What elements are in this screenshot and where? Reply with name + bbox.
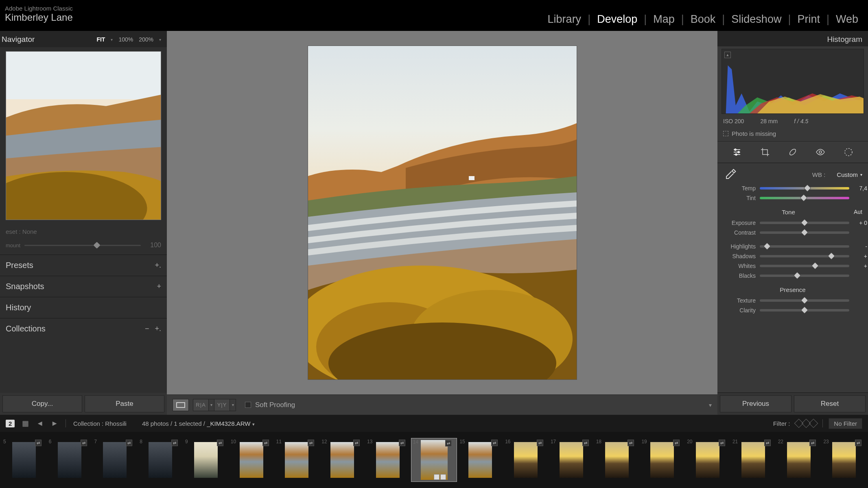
- filter-preset-dropdown[interactable]: No Filter: [829, 418, 862, 429]
- tab-slideshow[interactable]: Slideshow: [730, 13, 783, 26]
- exposure-slider-thumb[interactable]: [801, 219, 808, 226]
- temp-slider[interactable]: [760, 187, 849, 190]
- filmstrip-thumb[interactable]: 22 ⇄: [776, 438, 821, 482]
- tab-print[interactable]: Print: [796, 13, 822, 26]
- filmstrip-thumb[interactable]: 19 ⇄: [640, 438, 684, 482]
- amount-slider-thumb[interactable]: [93, 242, 100, 248]
- clarity-slider-thumb[interactable]: [801, 306, 808, 314]
- main-photo[interactable]: [308, 46, 577, 379]
- before-after-icon[interactable]: Y|Y: [214, 399, 230, 411]
- filmstrip-thumb[interactable]: 13 ⇄: [365, 438, 410, 482]
- filmstrip-thumb[interactable]: 6 ⇄: [47, 438, 92, 482]
- presets-section[interactable]: Presets +.: [0, 255, 167, 276]
- add-icon[interactable]: +.: [155, 261, 161, 270]
- canvas-area[interactable]: [167, 31, 717, 394]
- soft-proofing-toggle[interactable]: Soft Proofing: [245, 401, 295, 409]
- soft-proof-checkbox[interactable]: [245, 402, 251, 408]
- filmstrip-thumb[interactable]: 12 ⇄: [320, 438, 365, 482]
- zoom-200[interactable]: 200%: [139, 36, 153, 43]
- crop-icon[interactable]: [759, 146, 771, 158]
- filmstrip-thumb[interactable]: 17 ⇄: [549, 438, 594, 482]
- history-section[interactable]: History: [0, 297, 167, 318]
- reset-button[interactable]: Reset: [794, 395, 866, 412]
- flag-reject-icon[interactable]: [809, 419, 818, 428]
- filmstrip-thumb[interactable]: 21 ⇄: [731, 438, 776, 482]
- highlights-slider[interactable]: [760, 245, 849, 248]
- nav-forward-icon[interactable]: ►: [51, 419, 58, 428]
- tab-develop[interactable]: Develop: [595, 13, 639, 26]
- auto-tone-button[interactable]: Aut: [854, 209, 862, 216]
- filmstrip-thumb[interactable]: 14 ⇄: [411, 438, 457, 482]
- whites-slider[interactable]: [760, 265, 849, 267]
- copy-button[interactable]: Copy...: [2, 395, 82, 412]
- add-icon[interactable]: +.: [155, 325, 161, 333]
- shadows-slider-thumb[interactable]: [828, 252, 835, 259]
- highlights-value: -: [853, 243, 868, 250]
- texture-slider-thumb[interactable]: [801, 296, 808, 304]
- current-filename[interactable]: _KIM4328.ARW: [207, 420, 250, 427]
- collection-path[interactable]: Collection : Rhossili: [73, 420, 127, 427]
- filmstrip-thumb[interactable]: 8 ⇄: [138, 438, 183, 482]
- zoom-fit-dropdown-icon[interactable]: ▾: [111, 37, 113, 42]
- collections-section[interactable]: Collections −+.: [0, 318, 167, 339]
- tab-book[interactable]: Book: [689, 13, 717, 26]
- filmstrip-thumb[interactable]: 18 ⇄: [595, 438, 639, 482]
- ref-dropdown-icon[interactable]: ▾: [209, 399, 214, 411]
- toolbar-collapse-icon[interactable]: ▾: [709, 402, 712, 408]
- shadows-slider[interactable]: [760, 255, 849, 257]
- highlights-slider-thumb[interactable]: [763, 242, 770, 250]
- contrast-slider-thumb[interactable]: [801, 229, 808, 236]
- previous-button[interactable]: Previous: [720, 395, 791, 412]
- reference-view-icon[interactable]: R|A: [193, 399, 209, 411]
- filmstrip[interactable]: 5 ⇄ 6 ⇄ 7 ⇄ 8 ⇄ 9 ⇄ 10 ⇄ 11 ⇄ 12 ⇄ 13 ⇄ …: [0, 432, 868, 488]
- snapshots-section[interactable]: Snapshots +: [0, 276, 167, 297]
- wb-dropdown[interactable]: Custom▾: [837, 171, 862, 178]
- blacks-slider[interactable]: [760, 274, 849, 277]
- add-icon[interactable]: +: [157, 282, 161, 291]
- redeye-icon[interactable]: [815, 146, 826, 158]
- loupe-view-icon[interactable]: [173, 399, 188, 411]
- filename-dropdown-icon[interactable]: ▾: [252, 422, 255, 427]
- healing-icon[interactable]: [787, 146, 798, 158]
- grid-view-icon[interactable]: ▦: [22, 419, 29, 428]
- filmstrip-thumb[interactable]: 5 ⇄: [2, 438, 46, 482]
- blacks-slider-thumb[interactable]: [794, 272, 801, 279]
- filmstrip-thumb[interactable]: 7 ⇄: [93, 438, 138, 482]
- filter-flags[interactable]: [796, 420, 817, 427]
- tab-web[interactable]: Web: [834, 13, 860, 26]
- filmstrip-thumb[interactable]: 23 ⇄: [822, 438, 866, 482]
- shadow-clip-icon[interactable]: [724, 52, 731, 58]
- exposure-slider[interactable]: [760, 222, 849, 224]
- temp-slider-thumb[interactable]: [803, 184, 811, 192]
- amount-slider[interactable]: [24, 245, 141, 246]
- wb-eyedropper-icon[interactable]: [723, 167, 738, 182]
- clarity-slider[interactable]: [760, 309, 849, 312]
- zoom-dropdown-icon[interactable]: ▾: [159, 37, 161, 42]
- tab-library[interactable]: Library: [546, 13, 583, 26]
- texture-slider[interactable]: [760, 299, 849, 302]
- zoom-100[interactable]: 100%: [118, 36, 133, 43]
- filmstrip-thumb[interactable]: 20 ⇄: [685, 438, 730, 482]
- edit-sliders-icon[interactable]: [731, 146, 743, 158]
- filmstrip-thumb[interactable]: 15 ⇄: [458, 438, 503, 482]
- navigator-preview[interactable]: [6, 51, 161, 220]
- masking-icon[interactable]: [843, 146, 854, 158]
- ba-dropdown-icon[interactable]: ▾: [230, 399, 236, 411]
- remove-icon[interactable]: −: [145, 325, 149, 333]
- tint-slider[interactable]: [760, 197, 849, 199]
- secondary-display-badge[interactable]: 2: [6, 420, 15, 427]
- filmstrip-thumb[interactable]: 11 ⇄: [275, 438, 319, 482]
- whites-slider-thumb[interactable]: [811, 262, 819, 269]
- filmstrip-thumb[interactable]: 10 ⇄: [229, 438, 274, 482]
- paste-button[interactable]: Paste: [85, 395, 164, 412]
- zoom-fit[interactable]: FIT: [96, 36, 105, 43]
- whites-slider-row: Whites +: [717, 261, 868, 271]
- histogram[interactable]: [722, 49, 864, 114]
- filmstrip-thumb[interactable]: 16 ⇄: [503, 438, 548, 482]
- tab-separator: |: [717, 13, 730, 26]
- filmstrip-thumb[interactable]: 9 ⇄: [184, 438, 228, 482]
- contrast-slider[interactable]: [760, 231, 849, 234]
- tint-slider-thumb[interactable]: [800, 194, 807, 201]
- tab-map[interactable]: Map: [652, 13, 676, 26]
- nav-back-icon[interactable]: ◄: [36, 419, 44, 428]
